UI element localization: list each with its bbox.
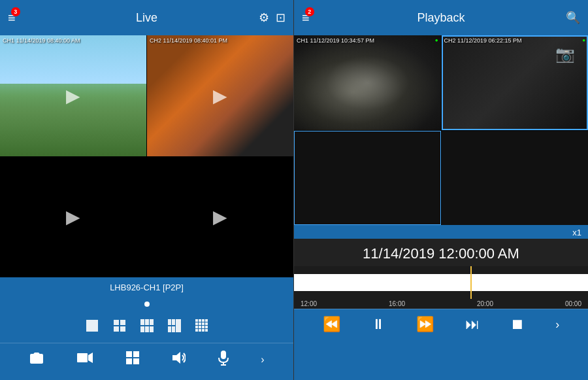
live-bottom-controls: LHB926-CH1 [P2P] — [0, 277, 293, 343]
playback-search-icon[interactable]: 🔍 — [566, 10, 580, 25]
svg-rect-2 — [120, 320, 125, 325]
playback-cell-ch4[interactable] — [442, 131, 589, 226]
settings-icon[interactable]: ⚙ — [259, 10, 269, 25]
svg-rect-32 — [77, 353, 88, 362]
svg-rect-12 — [172, 319, 175, 325]
playback-header-left: ≡ 2 — [302, 10, 310, 26]
svg-rect-18 — [202, 319, 204, 322]
svg-rect-8 — [140, 326, 144, 332]
svg-rect-10 — [150, 326, 154, 332]
svg-rect-36 — [126, 358, 132, 364]
playback-header-right: 🔍 — [566, 10, 580, 25]
playback-bottom: x1 11/14/2019 12:00:00 AM 12:00 16:00 20… — [294, 225, 588, 380]
playback-cell-ch1[interactable]: CH1 11/12/2019 10:34:57 PM ● — [294, 35, 441, 130]
svg-rect-31 — [205, 329, 208, 332]
playback-ch1-status: ● — [435, 37, 438, 43]
svg-rect-5 — [140, 319, 144, 325]
live-ch2-play[interactable]: ▶ — [213, 85, 227, 107]
layout-switch-icon[interactable]: ⊡ — [276, 10, 286, 25]
live-header-right: ⚙ ⊡ — [259, 10, 286, 25]
pause-btn[interactable]: ⏸ — [371, 316, 385, 333]
timeline-label-0: 12:00 — [301, 300, 317, 307]
playback-panel: ≡ 2 Playback 🔍 CH1 11/12/2019 10:34:57 P… — [294, 0, 588, 380]
rewind-btn[interactable]: ⏪ — [323, 316, 340, 333]
timeline-track — [294, 274, 588, 291]
live-toolbar: › — [0, 343, 293, 375]
svg-rect-17 — [199, 319, 201, 322]
skip-end-btn[interactable]: ⏭ — [465, 316, 480, 333]
timeline-label-1: 16:00 — [389, 300, 405, 307]
svg-rect-0 — [86, 320, 98, 332]
live-ch3-play[interactable]: ▶ — [66, 206, 80, 228]
svg-rect-14 — [168, 326, 171, 332]
timeline-labels: 12:00 16:00 20:00 00:00 — [294, 299, 588, 309]
playback-cell-ch3[interactable] — [294, 131, 441, 226]
svg-rect-29 — [199, 329, 201, 332]
playback-menu-badge-wrapper[interactable]: ≡ 2 — [302, 10, 310, 26]
live-panel: ≡ 3 Live ⚙ ⊡ CH1 11/14/2019 08:40:00 AM … — [0, 0, 294, 380]
live-header: ≡ 3 Live ⚙ ⊡ — [0, 0, 293, 35]
svg-rect-4 — [120, 326, 125, 332]
svg-rect-13 — [176, 319, 181, 332]
svg-marker-33 — [88, 353, 93, 363]
svg-rect-28 — [195, 329, 198, 332]
timeline-cursor — [470, 266, 472, 299]
live-cell-ch1[interactable]: CH1 11/14/2019 08:40:00 AM ▶ — [0, 35, 146, 156]
svg-rect-15 — [172, 326, 175, 332]
live-header-left: ≡ 3 — [8, 10, 16, 26]
timeline[interactable] — [294, 266, 588, 299]
svg-rect-9 — [145, 326, 149, 332]
video-record-btn[interactable] — [76, 352, 93, 367]
svg-rect-6 — [145, 319, 149, 325]
camera-snapshot-btn[interactable] — [29, 351, 44, 368]
live-ch1-play[interactable]: ▶ — [66, 85, 80, 107]
svg-rect-24 — [195, 326, 198, 328]
live-ch4-play[interactable]: ▶ — [213, 206, 227, 228]
playback-ch2-label: CH2 11/12/2019 06:22:15 PM — [444, 37, 522, 44]
more-btn-right[interactable]: › — [555, 318, 559, 332]
page-dots — [0, 298, 293, 309]
grid-view-btn[interactable] — [125, 351, 140, 368]
live-cell-ch3[interactable]: ▶ — [0, 157, 146, 278]
layout-selector-row — [0, 315, 293, 340]
stop-btn[interactable]: ⏹ — [510, 316, 525, 333]
svg-rect-23 — [205, 322, 208, 325]
timeline-label-3: 00:00 — [565, 300, 581, 307]
playback-cell-ch2[interactable]: CH2 11/12/2019 06:22:15 PM ● 📷 — [442, 35, 589, 130]
playback-datetime: 11/14/2019 12:00:00 AM — [294, 239, 588, 266]
layout-2x2[interactable] — [112, 319, 127, 336]
svg-rect-30 — [202, 329, 204, 332]
mic-btn[interactable] — [218, 350, 229, 369]
svg-rect-16 — [195, 319, 198, 322]
dot-1[interactable] — [144, 302, 150, 307]
svg-rect-34 — [126, 351, 132, 357]
playback-ch2-status: ● — [582, 37, 585, 43]
live-ch2-label: CH2 11/14/2019 08:40:01 PM — [150, 37, 227, 44]
svg-rect-7 — [150, 319, 154, 325]
speaker-btn[interactable] — [171, 351, 186, 368]
live-cell-ch2[interactable]: CH2 11/14/2019 08:40:01 PM ▶ — [147, 35, 293, 156]
svg-rect-25 — [199, 326, 201, 328]
svg-rect-39 — [221, 351, 226, 359]
svg-rect-35 — [133, 351, 139, 357]
layout-4[interactable] — [167, 319, 182, 336]
speed-indicator: x1 — [294, 225, 588, 239]
playback-title: Playback — [417, 11, 465, 25]
playback-notification-badge: 2 — [305, 7, 314, 16]
playback-video-grid: CH1 11/12/2019 10:34:57 PM ● CH2 11/12/2… — [294, 35, 588, 225]
svg-rect-11 — [168, 319, 171, 325]
fast-forward-btn[interactable]: ⏩ — [416, 316, 434, 333]
svg-rect-22 — [202, 322, 204, 325]
live-cell-ch4[interactable]: ▶ — [147, 157, 293, 278]
live-ch1-label: CH1 11/14/2019 08:40:00 AM — [3, 37, 80, 44]
layout-3x3[interactable] — [140, 319, 154, 336]
svg-rect-27 — [205, 326, 208, 328]
channel-label: LHB926-CH1 [P2P] — [0, 283, 293, 292]
more-btn-left[interactable]: › — [261, 354, 264, 366]
playback-header: ≡ 2 Playback 🔍 — [294, 0, 588, 35]
layout-5x5[interactable] — [195, 319, 209, 336]
layout-1x1[interactable] — [85, 319, 99, 336]
menu-badge-wrapper[interactable]: ≡ 3 — [8, 10, 16, 26]
live-notification-badge: 3 — [11, 7, 20, 16]
svg-rect-37 — [133, 358, 139, 364]
